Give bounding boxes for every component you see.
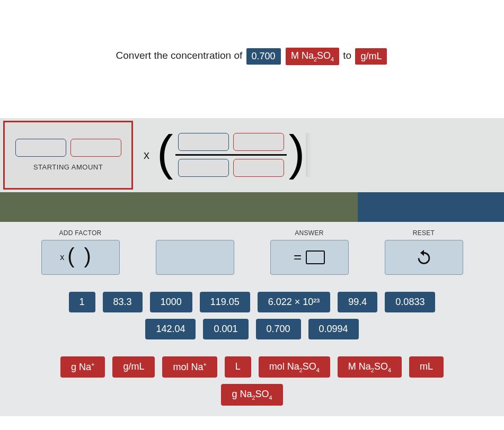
answer-box-icon xyxy=(306,250,325,264)
tile[interactable]: M Na2SO4 xyxy=(338,356,402,378)
tile[interactable]: L xyxy=(225,356,251,378)
tile[interactable]: 119.05 xyxy=(200,292,250,312)
tile[interactable]: 99.4 xyxy=(338,292,377,312)
starting-amount-block[interactable]: STARTING AMOUNT xyxy=(3,121,133,190)
tile[interactable]: 83.3 xyxy=(103,292,143,312)
compound-badge: M Na2SO4 xyxy=(286,48,339,65)
add-factor-button[interactable]: x () xyxy=(41,240,120,275)
prompt-pre: Convert the concentration of xyxy=(116,50,243,61)
tile[interactable]: 1 xyxy=(69,292,95,312)
starting-amount-label: STARTING AMOUNT xyxy=(33,163,103,171)
tile[interactable]: mol Na2SO4 xyxy=(259,356,330,378)
factor-shadow xyxy=(306,133,311,177)
denominator-unit-slot[interactable] xyxy=(233,159,284,177)
fraction-bar xyxy=(175,154,287,156)
left-paren-icon: ( xyxy=(157,133,173,173)
answer-label: ANSWER xyxy=(295,229,323,237)
progress-fill xyxy=(0,192,358,222)
reset-label: RESET xyxy=(413,229,435,237)
question-prompt: Convert the concentration of 0.700 M Na2… xyxy=(0,0,504,118)
denominator-value-slot[interactable] xyxy=(178,159,229,177)
numerator-value-slot[interactable] xyxy=(178,133,229,151)
number-tiles-row-2: 142.040.0010.7000.0994 xyxy=(145,319,358,339)
multiply-symbol: x xyxy=(144,148,149,162)
tile-bank: 183.31000119.056.022 × 10²³99.40.0833 14… xyxy=(0,292,504,406)
tile[interactable]: g Na2SO4 xyxy=(221,384,282,406)
controls-panel: ADD FACTOR x () ANSWER = RESET xyxy=(0,222,504,416)
tile[interactable]: 0.0994 xyxy=(308,319,359,339)
tile[interactable]: g Na+ xyxy=(60,356,105,378)
tile[interactable]: 0.700 xyxy=(256,319,301,339)
unit-tiles-row-2: g Na2SO4 xyxy=(221,384,282,406)
work-strip: STARTING AMOUNT x ( ) xyxy=(0,118,504,192)
conversion-factor: ( ) xyxy=(157,133,305,177)
tile[interactable]: g/mL xyxy=(112,356,155,378)
reset-icon xyxy=(415,248,433,266)
tile[interactable]: mL xyxy=(409,356,444,378)
tile[interactable]: 0.0833 xyxy=(385,292,435,312)
equals-icon: = xyxy=(294,249,302,265)
tile[interactable]: 1000 xyxy=(150,292,192,312)
add-factor-label: ADD FACTOR xyxy=(59,229,101,237)
answer-button[interactable]: = xyxy=(270,240,349,275)
multiply-icon: x xyxy=(60,253,64,262)
right-paren-icon: ) xyxy=(289,133,305,173)
value-badge: 0.700 xyxy=(246,48,281,65)
target-badge: g/mL xyxy=(355,48,387,65)
numerator-unit-slot[interactable] xyxy=(233,133,284,151)
progress-remaining xyxy=(358,192,504,222)
starting-unit-slot[interactable] xyxy=(70,139,121,157)
parentheses-icon: () xyxy=(67,244,101,268)
tile[interactable]: 6.022 × 10²³ xyxy=(258,292,331,312)
reset-button[interactable] xyxy=(385,240,463,275)
tile[interactable]: 0.001 xyxy=(203,319,248,339)
prompt-mid: to xyxy=(343,50,351,61)
tile[interactable]: 142.04 xyxy=(145,319,196,339)
tile[interactable]: mol Na+ xyxy=(162,356,217,378)
spacer-label xyxy=(194,229,196,237)
starting-value-slot[interactable] xyxy=(15,139,66,157)
number-tiles-row-1: 183.31000119.056.022 × 10²³99.40.0833 xyxy=(69,292,436,312)
progress-bar xyxy=(0,192,504,222)
unit-tiles-row-1: g Na+g/mLmol Na+Lmol Na2SO4M Na2SO4mL xyxy=(60,356,444,378)
blank-button[interactable] xyxy=(156,240,234,275)
